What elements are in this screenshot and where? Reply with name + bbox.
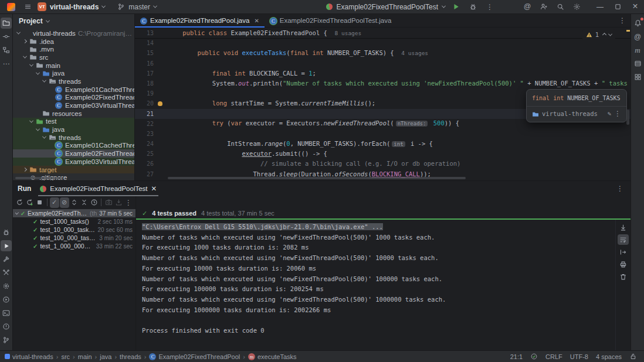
tab-example02fixedthreadpooltest-java[interactable]: CExample02FixedThreadPoolTest.java <box>265 14 397 27</box>
tree-item-resources[interactable]: resources <box>13 110 134 118</box>
chevron-icon[interactable] <box>22 40 28 43</box>
tree-item-java[interactable]: java <box>13 125 134 134</box>
test-suite-example02fixedthreadpooltest[interactable]: ✓Example02FixedThreadPoolTest(th37 min 5… <box>13 209 135 217</box>
build-tool-icon[interactable] <box>632 71 643 83</box>
code-line-16[interactable]: 16 <box>135 59 631 69</box>
run-button[interactable] <box>449 1 462 13</box>
soft-wrap-icon[interactable] <box>618 234 629 245</box>
warning-stripe-mark[interactable] <box>626 30 630 32</box>
close-button[interactable]: ✕ <box>626 0 644 14</box>
run-anything-icon[interactable] <box>1 294 12 305</box>
print-icon[interactable] <box>618 259 629 269</box>
line-separator[interactable]: CRLF <box>545 353 562 360</box>
indent-style[interactable]: 4 spaces <box>596 353 622 360</box>
commit-icon[interactable] <box>1 31 12 42</box>
chevron-icon[interactable] <box>41 136 48 139</box>
main-menu-icon[interactable] <box>21 1 34 13</box>
show-ignored-icon[interactable]: ⊘ <box>60 197 69 208</box>
next-warning-icon[interactable] <box>608 32 612 36</box>
more-v-icon[interactable]: ⋮ <box>124 197 133 208</box>
test-test-1000-tasks[interactable]: ✓test_1000_tasks()2 sec 103 ms <box>13 217 135 226</box>
settings-icon[interactable] <box>570 1 583 13</box>
chevron-icon[interactable] <box>28 120 35 123</box>
tab-list-more-icon[interactable]: ⋮ <box>614 14 631 27</box>
breadcrumb-item-main[interactable]: main <box>78 353 92 360</box>
tree-item-example02fixedthreadpooltest[interactable]: CExample02FixedThreadPoolTest <box>13 149 134 158</box>
chevron-down-icon[interactable] <box>46 18 50 22</box>
encoding[interactable]: UTF-8 <box>570 353 588 360</box>
tree-item-main[interactable]: main <box>13 62 134 70</box>
horizontal-scrollbar[interactable] <box>15 177 62 179</box>
history-icon[interactable] <box>89 197 99 208</box>
prev-warning-icon[interactable] <box>602 33 606 37</box>
more-h-icon[interactable]: ⋯ <box>1 58 12 69</box>
breadcrumb-item-virtual-threads[interactable]: virtual-threads <box>5 353 53 360</box>
git-branch-icon[interactable] <box>1 334 12 346</box>
run-tab[interactable]: Example02FixedThreadPoolTest ✕ <box>38 181 158 196</box>
project-widget[interactable]: VT virtual-threads <box>38 2 105 11</box>
show-passed-icon[interactable]: ✓ <box>50 197 59 208</box>
expand-all-icon[interactable] <box>70 197 79 208</box>
code-line-17[interactable]: 17 final int BLOCKING_CALL = 1; <box>135 69 631 78</box>
caret-position[interactable]: 21:1 <box>510 353 523 360</box>
chevron-icon[interactable] <box>35 72 41 75</box>
add-user-icon[interactable] <box>537 1 550 13</box>
code-area[interactable]: 13 public class Example02FixedThreadPool… <box>135 28 631 180</box>
code-line-24[interactable]: 24 IntStream.range(0, NUMBER_OF_TASKS).f… <box>135 139 631 149</box>
chevron-icon[interactable] <box>15 32 22 35</box>
more-icon[interactable]: ⋮ <box>616 185 623 193</box>
clear-icon[interactable] <box>618 271 629 282</box>
more-icon[interactable]: ⋮ <box>614 109 621 119</box>
scroll-down-icon[interactable] <box>618 222 629 233</box>
console-output[interactable]: "C:\Users\Entrox Dell G15 5510\.jdks\jbr… <box>136 220 615 350</box>
tree-item-example03virtualthread[interactable]: CExample03VirtualThread <box>13 101 134 110</box>
tab-example02fixedthreadpool-java[interactable]: CExample02FixedThreadPool.java✕ <box>135 14 265 27</box>
horizontal-scrollbar[interactable] <box>168 177 466 179</box>
screenshot-icon[interactable] <box>104 197 113 208</box>
chevron-icon[interactable] <box>35 128 41 131</box>
export-icon[interactable] <box>114 197 123 208</box>
tree-item-threads[interactable]: threads <box>13 77 134 86</box>
maximize-button[interactable] <box>609 0 626 14</box>
maven-icon[interactable]: m <box>632 45 643 56</box>
chevron-icon[interactable] <box>28 64 35 67</box>
analysis-ok-icon[interactable] <box>530 353 538 360</box>
tree-item-example03virtualthreadtest[interactable]: CExample03VirtualThreadTest <box>13 158 134 166</box>
code-line-15[interactable]: 15 public void executeTasks(final int NU… <box>135 48 631 58</box>
tree-item-target[interactable]: target <box>13 166 134 174</box>
chevron-icon[interactable] <box>22 56 28 59</box>
database-icon[interactable] <box>632 58 643 69</box>
branch-widget[interactable]: master <box>117 1 157 13</box>
close-icon[interactable]: ✕ <box>254 18 259 24</box>
tree-item-src[interactable]: src <box>13 53 134 62</box>
services-icon[interactable] <box>1 281 12 292</box>
inspections-widget[interactable]: 1 <box>582 29 615 40</box>
terminal-icon[interactable] <box>1 308 12 319</box>
code-line-13[interactable]: 13 public class Example02FixedThreadPool… <box>135 28 631 38</box>
project-folder-icon[interactable] <box>1 18 12 29</box>
run-config-name[interactable]: Example02FixedThreadPoolTest <box>337 3 438 11</box>
rerun-failed-icon[interactable] <box>25 197 35 208</box>
run-icon[interactable] <box>1 240 12 251</box>
test-test-1-000-000-tasks[interactable]: ✓test_1_000_000_tasks()33 min 22 sec <box>13 242 135 250</box>
breadcrumb-item-example02fixedthreadpool[interactable]: CExample02FixedThreadPool <box>149 353 240 360</box>
breadcrumb-item-java[interactable]: java <box>100 353 111 360</box>
tree-item-java[interactable]: java <box>13 69 134 77</box>
code-line-14[interactable]: 14 <box>135 38 631 48</box>
build-hammer-icon[interactable] <box>1 254 12 265</box>
chevron-icon[interactable] <box>41 80 48 83</box>
breadcrumb-item-executetasks[interactable]: mexecuteTasks <box>248 353 297 360</box>
more-actions-icon[interactable]: ⋮ <box>483 1 496 13</box>
debug-button[interactable] <box>466 1 479 13</box>
debug-icon[interactable] <box>1 227 12 238</box>
edit-icon[interactable]: ✎ <box>607 109 611 119</box>
unlock-icon[interactable] <box>629 353 637 360</box>
code-line-25[interactable]: 25 executor.submit(() -> { <box>135 149 631 159</box>
chevron-icon[interactable] <box>22 168 28 171</box>
breadcrumb-item-src[interactable]: src <box>61 353 70 360</box>
collapse-all-icon[interactable] <box>79 197 89 208</box>
breadcrumb-item-threads[interactable]: threads <box>120 353 141 360</box>
minimize-button[interactable]: — <box>591 0 609 14</box>
rerun-icon[interactable] <box>15 197 25 208</box>
tree-item-example01cachedthreadpooltest[interactable]: CExample01CachedThreadPoolTest <box>13 142 134 150</box>
